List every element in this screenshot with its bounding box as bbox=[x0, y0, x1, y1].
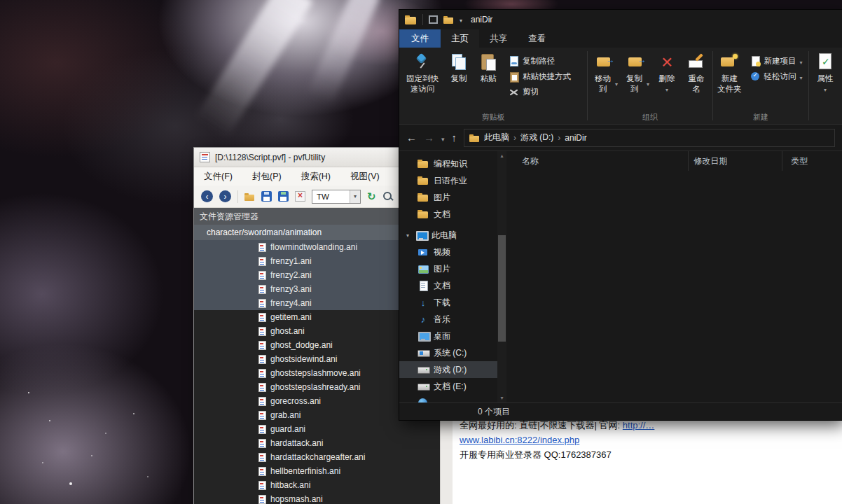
column-header[interactable]: 名称 bbox=[506, 151, 689, 171]
paste-label: 粘贴 bbox=[481, 74, 497, 84]
nav-scrollbar[interactable] bbox=[497, 151, 506, 402]
nav-item[interactable]: 文档 bbox=[399, 206, 497, 223]
chevron-down-icon bbox=[665, 84, 668, 94]
file-tree-item[interactable]: hellbenterfinish.ani bbox=[194, 464, 440, 478]
qat-dropdown-icon[interactable] bbox=[460, 15, 462, 24]
scroll-down-icon[interactable] bbox=[497, 393, 506, 402]
copy-path-label: 复制路径 bbox=[523, 56, 555, 66]
copy-path-button[interactable]: 复制路径 bbox=[506, 55, 574, 68]
nav-item-label: 文档 (E:) bbox=[434, 381, 467, 393]
nav-item[interactable]: 此电脑 bbox=[399, 227, 497, 244]
search-icon[interactable] bbox=[382, 191, 394, 202]
folder-icon bbox=[417, 209, 429, 220]
file-tree-item[interactable]: hitback.ani bbox=[194, 478, 440, 492]
file-list-empty-area[interactable] bbox=[506, 171, 842, 402]
open-folder-icon[interactable] bbox=[244, 192, 255, 201]
explorer-titlebar[interactable]: aniDir bbox=[399, 10, 842, 29]
cut-label: 剪切 bbox=[523, 87, 539, 97]
delete-button[interactable]: 删除 bbox=[652, 49, 682, 94]
nav-history-dropdown-icon[interactable] bbox=[441, 132, 445, 144]
desktop-art-streak bbox=[306, 0, 380, 106]
copy-to-icon bbox=[628, 54, 645, 69]
paste-shortcut-icon bbox=[509, 71, 519, 82]
cut-button[interactable]: 剪切 bbox=[506, 85, 574, 99]
pvfutility-app-icon bbox=[200, 152, 210, 162]
menu-item[interactable]: 封包(P) bbox=[252, 171, 282, 183]
pin-to-quick-access-button[interactable]: 固定到快 速访问 bbox=[401, 49, 444, 94]
save-icon[interactable] bbox=[261, 191, 272, 202]
ani-file-icon bbox=[258, 439, 266, 448]
ad-link[interactable]: http://… bbox=[623, 420, 655, 430]
breadcrumb-item[interactable]: 游戏 (D:) bbox=[520, 132, 553, 144]
column-header[interactable]: 修改日期 bbox=[689, 151, 782, 171]
forward-button[interactable] bbox=[219, 190, 231, 202]
new-folder-button[interactable]: 新建 文件夹 bbox=[715, 49, 745, 94]
rename-button[interactable]: 重命名 bbox=[682, 49, 711, 94]
language-select[interactable]: TW bbox=[312, 190, 361, 204]
nav-item[interactable]: 桌面 bbox=[399, 328, 497, 344]
properties-button[interactable]: 属性 bbox=[810, 49, 840, 94]
paste-shortcut-button[interactable]: 粘贴快捷方式 bbox=[506, 70, 574, 83]
tab-share[interactable]: 共享 bbox=[479, 29, 518, 48]
nav-item[interactable]: 编程知识 bbox=[399, 155, 497, 172]
tab-file[interactable]: 文件 bbox=[399, 29, 441, 48]
nav-forward-icon[interactable] bbox=[424, 132, 434, 144]
file-tree-item[interactable]: guard.ani bbox=[194, 422, 440, 436]
chevron-down-icon bbox=[824, 84, 827, 94]
address-bar[interactable]: 此电脑 游戏 (D:) aniDir bbox=[464, 129, 835, 147]
nav-item[interactable]: 音乐 bbox=[399, 311, 497, 328]
save-all-icon[interactable] bbox=[278, 191, 289, 202]
tab-view[interactable]: 查看 bbox=[518, 29, 556, 48]
nav-item[interactable] bbox=[399, 395, 497, 402]
tab-home[interactable]: 主页 bbox=[441, 29, 479, 48]
paste-button[interactable]: 粘贴 bbox=[474, 49, 503, 84]
nav-item[interactable]: 视频 bbox=[399, 244, 497, 260]
nav-item[interactable]: 文档 bbox=[399, 277, 497, 294]
nav-up-icon[interactable] bbox=[452, 132, 457, 144]
file-tree-item[interactable]: hardattackchargeafter.ani bbox=[194, 450, 440, 464]
refresh-icon[interactable] bbox=[367, 190, 376, 203]
nav-item[interactable]: 系统 (C:) bbox=[399, 344, 497, 361]
nav-item[interactable]: 日语作业 bbox=[399, 172, 497, 189]
scrollbar-thumb[interactable] bbox=[498, 235, 506, 342]
nav-item[interactable]: 下载 bbox=[399, 294, 497, 311]
file-name: frenzy3.ani bbox=[270, 284, 312, 294]
quick-access-properties-icon[interactable] bbox=[429, 15, 438, 24]
video-icon bbox=[417, 246, 429, 258]
easy-access-button[interactable]: 轻松访问 bbox=[747, 70, 806, 83]
website-link[interactable]: www.labibi.cn:8222/index.php bbox=[460, 435, 579, 445]
file-tree-item[interactable]: hardattack.ani bbox=[194, 436, 440, 450]
chevron-down-icon bbox=[800, 57, 803, 66]
desktop-art-streak bbox=[195, 0, 313, 138]
explorer-app-icon bbox=[405, 15, 417, 25]
combo-dropdown-icon[interactable] bbox=[350, 190, 360, 203]
column-header[interactable]: 类型 bbox=[782, 151, 842, 171]
quick-access-folder-icon[interactable] bbox=[443, 15, 454, 24]
scroll-up-icon[interactable] bbox=[497, 151, 506, 160]
ani-file-icon bbox=[258, 467, 266, 476]
breadcrumb-item[interactable]: aniDir bbox=[565, 133, 586, 143]
file-tree-item[interactable]: hopsmash.ani bbox=[194, 492, 440, 504]
new-item-button[interactable]: 新建项目 bbox=[747, 55, 806, 68]
copy-button[interactable]: 复制 bbox=[444, 49, 474, 84]
file-name: frenzy2.ani bbox=[270, 270, 312, 280]
nav-item[interactable]: 图片 bbox=[399, 260, 497, 277]
chevron-down-icon bbox=[615, 78, 618, 89]
close-file-icon[interactable] bbox=[295, 191, 305, 202]
nav-item[interactable]: 图片 bbox=[399, 189, 497, 206]
breadcrumb-item[interactable]: 此电脑 bbox=[484, 132, 509, 144]
qq-contact-text: 开服专用商业登录器 QQ:1762387367 bbox=[460, 449, 612, 460]
nav-back-icon[interactable] bbox=[406, 132, 417, 144]
column-header-label: 名称 bbox=[522, 155, 539, 167]
ad-line-3: 开服专用商业登录器 QQ:1762387367 bbox=[460, 447, 654, 462]
move-to-button[interactable]: 移动到 bbox=[589, 49, 621, 94]
copy-to-button[interactable]: 复制到 bbox=[621, 49, 652, 94]
menu-item[interactable]: 视图(V) bbox=[350, 171, 380, 183]
navigation-pane: 编程知识 日语作业 图片 文档 bbox=[399, 151, 497, 402]
back-button[interactable] bbox=[201, 190, 213, 202]
menu-item[interactable]: 文件(F) bbox=[204, 171, 233, 183]
nav-item[interactable]: 游戏 (D:) bbox=[399, 361, 497, 378]
menu-item[interactable]: 搜索(H) bbox=[301, 171, 331, 183]
nav-item[interactable]: 文档 (E:) bbox=[399, 378, 497, 395]
new-item-icon bbox=[750, 56, 761, 66]
